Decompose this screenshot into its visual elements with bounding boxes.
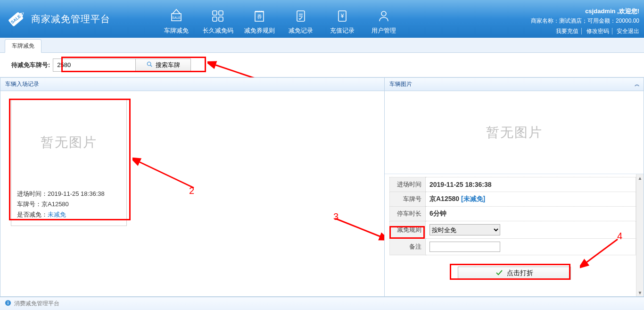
nav-label: 减免记录 bbox=[280, 26, 322, 35]
label-duration: 停车时长 bbox=[390, 207, 426, 221]
nav-label: 减免券规则 bbox=[239, 26, 280, 35]
svg-rect-22 bbox=[8, 302, 8, 302]
svg-line-18 bbox=[335, 218, 382, 237]
app-title: 商家减免管理平台 bbox=[31, 13, 110, 25]
rule-select[interactable]: 按时全免 bbox=[429, 224, 500, 235]
panel-entry-records: 车辆入场记录 暂无图片 进场时间：2019-11-25 18:36:38 车牌号… bbox=[0, 77, 384, 297]
svg-point-13 bbox=[381, 11, 386, 16]
panel-title: 车辆图片 bbox=[389, 80, 412, 88]
svg-rect-7 bbox=[213, 17, 217, 21]
label-rule-text: 减免规则 bbox=[397, 226, 421, 233]
no-image-placeholder: 暂无图片 bbox=[11, 100, 126, 185]
annotation-number-3: 3 bbox=[333, 211, 339, 222]
label-plate: 车牌号 bbox=[390, 192, 426, 207]
plate-status: [未减免] bbox=[461, 195, 485, 202]
nav-long-term-code[interactable]: 长久减免码 bbox=[197, 6, 239, 38]
panel-header-right: 车辆图片 ︽ bbox=[385, 78, 644, 91]
check-icon bbox=[495, 269, 503, 278]
row-remark: 备注 bbox=[390, 239, 636, 255]
logo-area: SALE 商家减免管理平台 bbox=[0, 0, 156, 38]
nav-plate-discount[interactable]: SALE 车牌减免 bbox=[156, 6, 197, 38]
discount-button-label: 点击打折 bbox=[507, 269, 533, 277]
search-button-label: 搜索车牌 bbox=[156, 61, 180, 69]
detail-table-wrap: 进场时间 2019-11-25 18:36:38 车牌号 京A12580 [未减… bbox=[385, 174, 644, 260]
label-entry-time: 进场时间 bbox=[390, 177, 426, 192]
merchant-info: 商家名称：测试酒店；可用金额：20000.00 bbox=[531, 16, 639, 25]
nav-user-mgmt[interactable]: 用户管理 bbox=[363, 6, 405, 38]
link-change-password[interactable]: 修改密码 bbox=[584, 28, 612, 34]
sale-sign-icon: SALE bbox=[156, 6, 197, 26]
card-row-waived: 是否减免：未减免 bbox=[17, 209, 121, 220]
cell-remark-input bbox=[426, 239, 636, 255]
search-button[interactable]: 搜索车牌 bbox=[135, 59, 191, 72]
tab-plate-discount[interactable]: 车牌减免 bbox=[5, 39, 41, 53]
app-header: SALE 商家减免管理平台 SALE 车牌减免 长久减免码 券 减免券规则 bbox=[0, 0, 644, 38]
panel-body-right: 暂无图片 进场时间 2019-11-25 18:36:38 车牌号 京A1258… bbox=[385, 91, 644, 296]
search-icon bbox=[146, 61, 153, 69]
svg-rect-6 bbox=[219, 11, 223, 15]
svg-rect-5 bbox=[213, 11, 217, 15]
panel-title: 车辆入场记录 bbox=[5, 80, 39, 88]
svg-line-17 bbox=[137, 161, 194, 188]
scrollbar-vertical[interactable]: ▲ ▼ bbox=[636, 174, 644, 296]
plate-value: 京A12580 bbox=[41, 201, 69, 208]
link-logout[interactable]: 安全退出 bbox=[614, 28, 639, 34]
discount-btn-row: 点击打折 bbox=[385, 260, 644, 284]
annotation-arrow-2 bbox=[132, 152, 198, 195]
remark-input[interactable] bbox=[429, 242, 500, 252]
document-check-icon bbox=[280, 6, 322, 26]
row-duration: 停车时长 6分钟 bbox=[390, 207, 636, 221]
no-image-placeholder: 暂无图片 bbox=[385, 91, 644, 174]
info-icon bbox=[5, 300, 11, 308]
plate-search-input[interactable] bbox=[53, 59, 136, 72]
sale-tag-icon: SALE bbox=[5, 8, 26, 30]
nav-recharge-records[interactable]: ¥ 充值记录 bbox=[322, 6, 363, 38]
document-money-icon: ¥ bbox=[322, 6, 363, 26]
nav-label: 用户管理 bbox=[363, 26, 405, 35]
svg-rect-8 bbox=[219, 17, 223, 21]
waived-label: 是否减免： bbox=[17, 211, 48, 218]
card-row-entry: 进场时间：2019-11-25 18:36:38 bbox=[17, 189, 121, 199]
scroll-up-icon[interactable]: ▲ bbox=[636, 174, 644, 182]
annotation-arrow-3 bbox=[333, 214, 384, 242]
entry-value: 2019-11-25 18:36:38 bbox=[48, 190, 105, 197]
cell-rule-select: 按时全免 bbox=[426, 221, 636, 239]
user-icon bbox=[363, 6, 405, 26]
entry-label: 进场时间： bbox=[17, 190, 48, 197]
svg-point-14 bbox=[148, 62, 151, 66]
vehicle-card[interactable]: 暂无图片 进场时间：2019-11-25 18:36:38 车牌号：京A1258… bbox=[11, 100, 127, 226]
panel-vehicle-image: 车辆图片 ︽ 暂无图片 进场时间 2019-11-25 18:36:38 车牌号… bbox=[384, 77, 644, 297]
nav-label: 充值记录 bbox=[322, 26, 363, 35]
nav-discount-records[interactable]: 减免记录 bbox=[280, 6, 322, 38]
row-entry-time: 进场时间 2019-11-25 18:36:38 bbox=[390, 177, 636, 192]
link-recharge[interactable]: 我要充值 bbox=[553, 28, 582, 34]
nav-label: 长久减免码 bbox=[197, 26, 239, 35]
svg-text:SALE: SALE bbox=[172, 16, 181, 19]
card-info: 进场时间：2019-11-25 18:36:38 车牌号：京A12580 是否减… bbox=[11, 185, 126, 226]
main-area: 车辆入场记录 暂无图片 进场时间：2019-11-25 18:36:38 车牌号… bbox=[0, 77, 644, 297]
collapse-icon[interactable]: ︽ bbox=[635, 81, 639, 88]
footer-text: 消费减免管理平台 bbox=[14, 300, 59, 308]
panel-header-left: 车辆入场记录 bbox=[0, 78, 384, 91]
label-remark: 备注 bbox=[390, 239, 426, 255]
row-plate: 车牌号 京A12580 [未减免] bbox=[390, 192, 636, 207]
panel-body-left: 暂无图片 进场时间：2019-11-25 18:36:38 车牌号：京A1258… bbox=[0, 91, 384, 296]
search-label: 待减免车牌号: bbox=[11, 61, 50, 69]
discount-button[interactable]: 点击打折 bbox=[458, 267, 571, 280]
welcome-text: csjdadmin ,欢迎您! bbox=[531, 7, 639, 16]
svg-rect-21 bbox=[8, 302, 8, 304]
scroll-down-icon[interactable]: ▼ bbox=[636, 289, 644, 296]
detail-table: 进场时间 2019-11-25 18:36:38 车牌号 京A12580 [未减… bbox=[389, 177, 636, 255]
qr-icon bbox=[197, 6, 239, 26]
annotation-number-2: 2 bbox=[189, 185, 194, 196]
search-bar: 待减免车牌号: 搜索车牌 1 bbox=[0, 53, 644, 77]
footer: 消费减免管理平台 bbox=[0, 297, 644, 310]
header-user-area: csjdadmin ,欢迎您! 商家名称：测试酒店；可用金额：20000.00 … bbox=[531, 7, 639, 36]
svg-text:券: 券 bbox=[257, 14, 262, 19]
coupon-icon: 券 bbox=[239, 6, 280, 26]
nav-coupon-rules[interactable]: 券 减免券规则 bbox=[239, 6, 280, 38]
plate-label: 车牌号： bbox=[17, 201, 41, 208]
nav-label: 车牌减免 bbox=[156, 26, 197, 35]
svg-line-15 bbox=[150, 65, 152, 67]
value-entry-time: 2019-11-25 18:36:38 bbox=[426, 177, 636, 192]
